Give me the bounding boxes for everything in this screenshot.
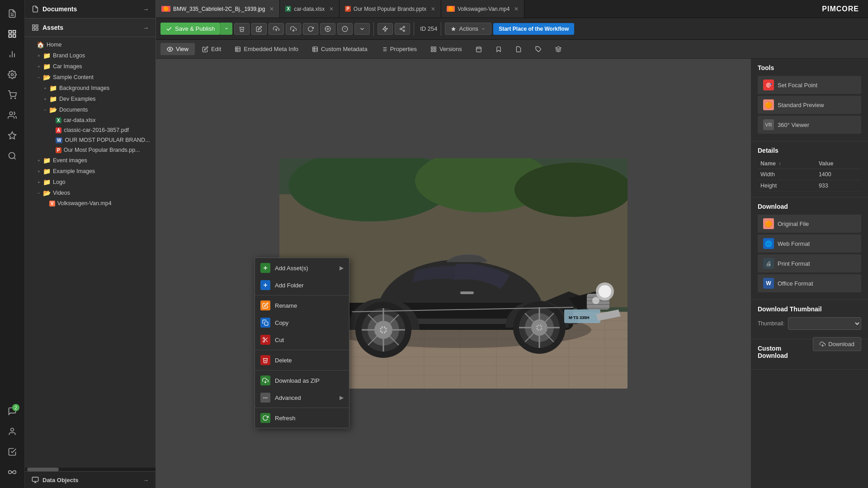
ctx-add-folder[interactable]: Add Folder — [255, 277, 349, 294]
tree-item-our-most-popular-docx[interactable]: W OUR MOST POPULAR BRAND... — [25, 135, 156, 145]
tab-car-data-xlsx[interactable]: X car-data.xlsx ✕ — [280, 0, 340, 18]
refresh-button[interactable] — [303, 23, 318, 35]
ctx-separator-4 — [255, 408, 349, 408]
tree-item-event-images[interactable]: + 📁 Event images — [25, 155, 156, 166]
chat-badge-count: 2 — [12, 404, 19, 411]
save-publish-dropdown-button[interactable] — [220, 23, 232, 35]
tools-title: Tools — [758, 64, 861, 71]
tab-schedule[interactable] — [469, 43, 488, 55]
download-toolbar-button[interactable] — [286, 23, 301, 35]
download-btn-label: Download — [828, 341, 854, 347]
tab-embedded-meta[interactable]: Embedded Meta Info — [228, 43, 305, 55]
ctx-separator-1 — [255, 295, 349, 296]
web-format-label: Web Format — [778, 240, 810, 247]
nav-profile-icon[interactable] — [3, 422, 21, 441]
tree-item-sample-content[interactable]: − 📂 Sample Content — [25, 72, 156, 83]
nav-settings-icon[interactable] — [3, 66, 21, 84]
nav-infinity-icon[interactable] — [3, 463, 21, 481]
print-format-button[interactable]: 🖨 Print Format — [758, 254, 861, 272]
tab-close-pptx[interactable]: ✕ — [431, 6, 435, 12]
viewer-360-button[interactable]: VR 360° Viewer — [758, 116, 861, 134]
thumbnail-label: Thumbnail: — [758, 320, 784, 327]
ctx-add-assets[interactable]: Add Asset(s) ▶ — [255, 259, 349, 277]
data-objects-section[interactable]: Data Objects → — [25, 471, 156, 488]
office-format-button[interactable]: W Office Format — [758, 274, 861, 292]
tree-item-popular-brands-pptx[interactable]: P Our Most Popular Brands.pp... — [25, 145, 156, 155]
tab-vw-van-mp4[interactable]: 🟠 Volkswagen-Van.mp4 ✕ — [441, 0, 524, 18]
tree-item-classic-car-pdf[interactable]: A classic-car-2016-3857.pdf — [25, 125, 156, 135]
right-panel: Tools 🎯 Set Focal Point 🟠 Standard Previ… — [750, 59, 868, 488]
tab-custom-metadata[interactable]: Custom Metadata — [306, 43, 374, 55]
tree-item-videos[interactable]: − 📂 Videos — [25, 188, 156, 198]
tree-item-documents[interactable]: − 📂 Documents — [25, 104, 156, 115]
nav-tasks-icon[interactable] — [3, 443, 21, 461]
tree-item-car-data-xlsx[interactable]: X car-data.xlsx — [25, 115, 156, 125]
lightning-button[interactable] — [377, 23, 393, 35]
share-button[interactable] — [395, 23, 410, 35]
edit-button[interactable] — [251, 23, 267, 35]
sidebar-scrollbar[interactable] — [25, 468, 156, 471]
upload-button[interactable] — [269, 23, 284, 35]
tab-bmw-jpg[interactable]: 🟠 BMW_335_Cabriolet-2C_Bj._1939.jpg ✕ — [156, 0, 280, 18]
tree-item-brand-logos[interactable]: + 📁 Brand Logos — [25, 50, 156, 61]
web-format-button[interactable]: 🌐 Web Format — [758, 235, 861, 253]
tree-item-car-images[interactable]: + 📁 Car Images — [25, 61, 156, 72]
ctx-cut[interactable]: Cut — [255, 331, 349, 348]
svg-marker-41 — [451, 27, 456, 31]
info-button[interactable] — [337, 23, 353, 35]
svg-marker-13 — [9, 132, 16, 139]
delete-button[interactable] — [234, 23, 250, 35]
tab-close-car-data[interactable]: ✕ — [329, 6, 334, 12]
ctx-rename[interactable]: Rename — [255, 297, 349, 314]
tree-item-background-images[interactable]: + 📁 Background Images — [25, 83, 156, 94]
tab-bookmark[interactable] — [489, 43, 508, 55]
tab-properties[interactable]: Properties — [375, 43, 423, 55]
download-thumbnail-button[interactable]: Download — [813, 337, 861, 351]
nav-documents-icon[interactable] — [3, 5, 21, 23]
tab-edit[interactable]: Edit — [196, 43, 227, 55]
ctx-refresh[interactable]: Refresh — [255, 409, 349, 427]
tree-item-vw-van-mp4[interactable]: V Volkswagen-Van.mp4 — [25, 198, 156, 208]
svg-point-14 — [9, 153, 15, 159]
asset-subtabs: View Edit Embedded Meta Info Custom Meta… — [156, 40, 868, 59]
tree-item-home[interactable]: 🏠 Home — [25, 39, 156, 50]
nav-users-icon[interactable] — [3, 106, 21, 124]
original-file-button[interactable]: 🟠 Original File — [758, 215, 861, 233]
nav-assets-icon[interactable] — [3, 25, 21, 43]
ctx-advanced[interactable]: ••• Advanced ▶ — [255, 389, 349, 406]
set-focal-point-button[interactable]: 🎯 Set Focal Point — [758, 76, 861, 94]
tab-versions[interactable]: Versions — [424, 43, 468, 55]
tree-label: car-data.xlsx — [64, 117, 96, 123]
thumbnail-select[interactable] — [788, 317, 861, 330]
nav-integrations-icon[interactable] — [3, 127, 21, 145]
nav-analytics-icon[interactable] — [3, 45, 21, 63]
documents-sidebar-header[interactable]: Documents → — [25, 0, 156, 19]
assets-sidebar-header[interactable]: Assets → — [25, 19, 156, 37]
ctx-add-folder-label: Add Folder — [275, 282, 304, 289]
col-name[interactable]: Name ↑ — [758, 159, 816, 169]
ctx-download-zip[interactable]: Download as ZIP — [255, 372, 349, 389]
tab-custom-metadata-label: Custom Metadata — [321, 46, 368, 52]
standard-preview-button[interactable]: 🟠 Standard Preview — [758, 96, 861, 114]
workflow-button[interactable]: Start Place of the Workflow — [493, 23, 574, 35]
nav-search-icon[interactable] — [3, 147, 21, 165]
nav-shop-icon[interactable] — [3, 86, 21, 104]
tab-workflow-tab[interactable] — [549, 43, 568, 55]
tab-close-bmw[interactable]: ✕ — [269, 6, 274, 12]
svg-rect-21 — [32, 477, 38, 481]
tab-view[interactable]: View — [160, 43, 195, 55]
tab-notes[interactable] — [509, 43, 528, 55]
nav-chat-icon[interactable]: 2 — [3, 402, 21, 420]
save-publish-button[interactable]: Save & Publish — [160, 23, 220, 35]
tree-item-logo[interactable]: + 📁 Logo — [25, 177, 156, 188]
tab-popular-brands-pptx[interactable]: P Our Most Popular Brands.pptx ✕ — [340, 0, 441, 18]
tree-item-example-images[interactable]: + 📁 Example Images — [25, 166, 156, 177]
location-button[interactable] — [320, 23, 335, 35]
ctx-delete[interactable]: Delete — [255, 352, 349, 369]
more-button[interactable] — [354, 23, 370, 35]
ctx-copy[interactable]: Copy — [255, 314, 349, 331]
tab-tags[interactable] — [529, 43, 548, 55]
actions-button[interactable]: Actions — [445, 23, 491, 35]
tree-item-dev-examples[interactable]: + 📁 Dev Examples — [25, 94, 156, 104]
tab-close-vw[interactable]: ✕ — [514, 6, 519, 12]
